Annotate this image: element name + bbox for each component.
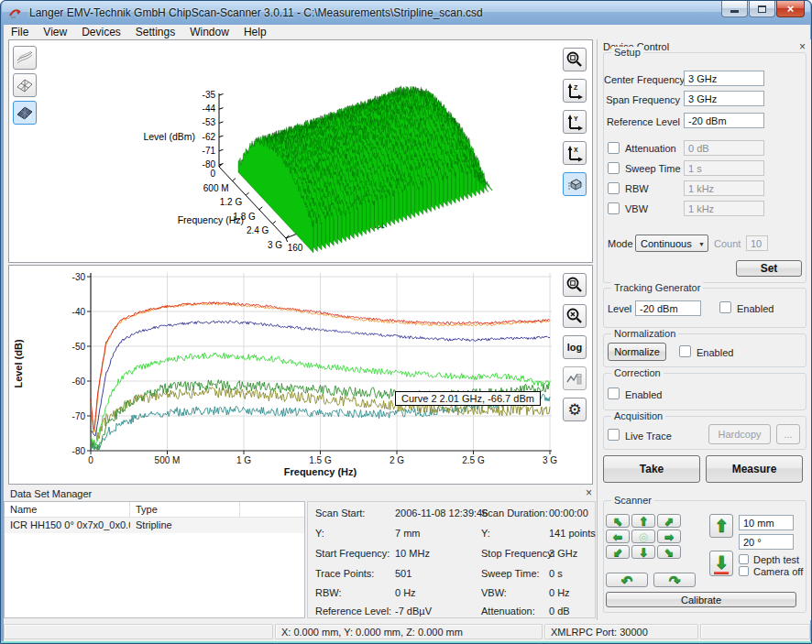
minimize-button[interactable] [721, 1, 748, 17]
move-left-button[interactable]: ⬅ [606, 529, 630, 543]
rotate-ccw-icon: ↶ [621, 573, 633, 587]
marker-tool-button[interactable] [563, 366, 587, 390]
dataset-manager-close-icon[interactable]: × [586, 487, 592, 498]
info-label: RBW: [315, 587, 342, 598]
plot3d-surface-chart[interactable]: -35-44-53-62-71-80Level (dBm)0600 M1.2 G… [9, 40, 592, 262]
log-scale-button[interactable]: log [563, 335, 587, 359]
device-control-close-icon[interactable]: × [799, 41, 806, 52]
info-value: 10 MHz [395, 548, 430, 559]
zoom-3d-button[interactable] [563, 48, 587, 71]
mode-value: Continuous [641, 238, 692, 249]
tracking-enabled-checkbox[interactable] [719, 301, 731, 313]
step-distance-field[interactable] [739, 515, 794, 530]
rotate-cw-button[interactable]: ↷ [653, 573, 696, 587]
move-up-left-button[interactable]: ⬉ [606, 514, 630, 528]
sweep-time-checkbox[interactable] [608, 162, 620, 174]
step-angle-field[interactable] [739, 534, 794, 550]
vbw-checkbox[interactable] [608, 202, 620, 214]
menu-settings[interactable]: Settings [128, 25, 182, 39]
view-z-axis-button[interactable]: Z [563, 79, 587, 103]
rotate-ccw-button[interactable]: ↶ [606, 573, 648, 587]
column-header-name[interactable]: Name [5, 502, 130, 517]
info-value: 141 points [549, 528, 596, 539]
svg-text:-71: -71 [203, 146, 216, 156]
correction-enabled-checkbox[interactable] [608, 387, 620, 399]
acquisition-group: Acquisition Live Trace Hardcopy ... [603, 416, 807, 450]
reference-level-field[interactable] [684, 113, 764, 128]
view-3d-icon [565, 175, 584, 193]
camera-off-checkbox[interactable] [739, 566, 749, 576]
take-button[interactable]: Take [603, 455, 700, 483]
close-button[interactable]: × [776, 1, 805, 17]
move-down-right-button[interactable]: ⬊ [657, 545, 681, 559]
normalization-enabled-checkbox[interactable] [679, 345, 691, 357]
arrow-up-right-icon: ⬈ [664, 516, 674, 527]
svg-text:-30: -30 [72, 272, 86, 282]
center-frequency-label: Center Frequency [604, 74, 680, 85]
mode-dropdown[interactable]: Continuous ▼ [635, 235, 708, 252]
dataset-info-panel: Scan Start: 2006-11-08 12:39:46 Scan Dur… [307, 501, 596, 618]
column-header-type[interactable]: Type [130, 502, 240, 517]
maximize-button[interactable] [749, 1, 775, 17]
info-label: VBW: [481, 587, 507, 598]
dataset-manager-header[interactable]: Data Set Manager × [4, 486, 596, 501]
menu-window[interactable]: Window [182, 25, 236, 39]
svg-text:500 M: 500 M [155, 455, 181, 465]
arrow-down-icon: ⬇ [639, 547, 648, 558]
tracking-level-field[interactable] [635, 300, 701, 316]
normalize-button[interactable]: Normalize [608, 343, 666, 361]
center-frequency-field[interactable] [684, 71, 764, 86]
attenuation-checkbox[interactable] [608, 142, 620, 154]
move-right-button[interactable]: ➡ [657, 529, 681, 543]
svg-text:3 G: 3 G [268, 240, 282, 250]
live-trace-checkbox[interactable] [608, 429, 620, 441]
depth-test-checkbox[interactable] [739, 554, 749, 564]
sweep-time-label: Sweep Time [625, 163, 681, 174]
surface-lines-mode-button[interactable] [13, 46, 37, 70]
minimize-icon [730, 10, 739, 13]
wireframe-icon [16, 76, 34, 94]
view-x-axis-button[interactable]: X [563, 141, 587, 165]
app-icon [8, 6, 25, 19]
move-down-button[interactable]: ⬇ [631, 545, 655, 559]
device-control-panel: Device Control × Setup Center Frequency … [597, 39, 811, 620]
probe-up-button[interactable]: ⬆ [709, 514, 733, 538]
move-up-button[interactable]: ⬆ [631, 514, 655, 528]
probe-down-button[interactable]: ⬇ [709, 551, 733, 576]
span-frequency-field[interactable] [684, 91, 764, 106]
dataset-row[interactable]: ICR HH150 0° 0x7x0_0x0.05x0 Stripline [5, 518, 304, 533]
count-field [746, 235, 768, 251]
menu-file[interactable]: File [4, 25, 36, 39]
move-down-left-button[interactable]: ⬋ [606, 545, 630, 559]
zoom-reset-2d-button[interactable] [563, 304, 587, 328]
menu-view[interactable]: View [36, 25, 74, 39]
plot3d-panel[interactable]: -35-44-53-62-71-80Level (dBm)0600 M1.2 G… [8, 39, 593, 263]
measure-button[interactable]: Measure [706, 455, 803, 483]
move-up-right-button[interactable]: ⬈ [657, 514, 681, 528]
solid-surface-mode-button[interactable] [13, 101, 37, 125]
menu-devices[interactable]: Devices [74, 25, 128, 39]
titlebar[interactable]: Langer EMV-Technik GmbH ChipScan-Scanner… [2, 1, 810, 25]
reference-level-label: Reference Level [604, 116, 680, 127]
rbw-checkbox[interactable] [608, 182, 620, 194]
plot2d-panel[interactable]: -30-40-50-60-70-800500 M1 G1.5 G2 G2.5 G… [8, 265, 593, 485]
set-button[interactable]: Set [736, 260, 802, 277]
probe-contact-indicator [714, 572, 729, 574]
svg-text:-80: -80 [72, 446, 86, 456]
normalization-group: Normalization Normalize Enabled [603, 333, 807, 367]
move-home-button[interactable]: ◎ [631, 529, 655, 543]
svg-text:160: 160 [288, 243, 303, 253]
info-label: Start Frequency: [315, 548, 390, 559]
level-label: Level [608, 303, 631, 314]
wireframe-mode-button[interactable] [13, 73, 37, 97]
scanner-group: Scanner ⬉ ⬆ ⬈ ⬅ ◎ ➡ ⬋ ⬇ ⬊ ↶ ↷ ⬆ ⬇ Depth … [603, 500, 807, 613]
menu-help[interactable]: Help [236, 25, 274, 39]
svg-text:-70: -70 [72, 411, 86, 421]
plot-settings-button[interactable]: ⚙ [563, 398, 587, 421]
plot2d-spectrum-chart[interactable]: -30-40-50-60-70-800500 M1 G1.5 G2 G2.5 G… [9, 266, 592, 484]
view-y-axis-button[interactable]: Y [563, 110, 587, 134]
zoom-in-2d-button[interactable] [563, 273, 587, 297]
calibrate-button[interactable]: Calibrate [606, 592, 796, 607]
view-3d-button[interactable] [563, 172, 587, 196]
dataset-list[interactable]: Name Type ICR HH150 0° 0x7x0_0x0.05x0 St… [4, 501, 305, 618]
